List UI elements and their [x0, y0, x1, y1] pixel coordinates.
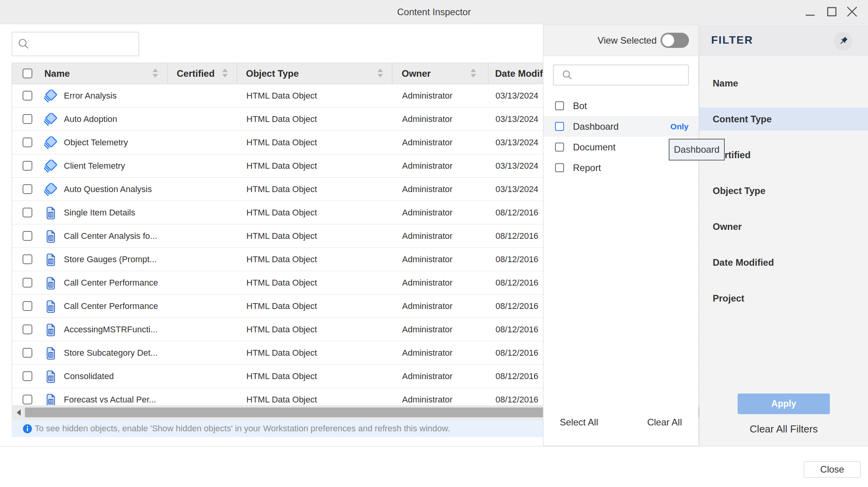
row-object-type: HTML Data Object: [246, 388, 317, 405]
filter-item[interactable]: Name: [699, 72, 868, 95]
row-name[interactable]: Call Center Performance: [64, 271, 158, 294]
row-checkbox[interactable]: [23, 114, 32, 124]
dropdown-search-input[interactable]: [577, 70, 686, 80]
row-name[interactable]: Error Analysis: [64, 84, 117, 107]
row-checkbox[interactable]: [23, 278, 32, 288]
filter-item[interactable]: Date Modified: [699, 251, 868, 274]
row-owner: Administrator: [402, 131, 453, 154]
row-name[interactable]: Store Subcategory Det...: [64, 341, 158, 364]
sort-down-icon: [222, 74, 228, 78]
row-checkbox[interactable]: [23, 231, 32, 241]
row-name[interactable]: Call Center Analysis fo...: [64, 224, 157, 247]
view-selected-toggle[interactable]: [661, 33, 689, 48]
select-all-link[interactable]: Select All: [560, 417, 598, 428]
column-header-name[interactable]: Name: [44, 63, 70, 84]
clear-all-link[interactable]: Clear All: [647, 417, 682, 428]
row-name[interactable]: Object Telemetry: [64, 131, 128, 154]
filter-item-label[interactable]: Object Type: [713, 179, 766, 202]
row-name[interactable]: AccessingMSTRFuncti...: [64, 318, 158, 341]
sort-arrows-owner[interactable]: [471, 69, 476, 79]
option-label[interactable]: Bot: [573, 95, 587, 116]
row-checkbox[interactable]: [23, 395, 32, 404]
row-name[interactable]: Auto Adoption: [64, 108, 117, 131]
row-name[interactable]: Client Telemetry: [64, 154, 125, 177]
pin-button[interactable]: [834, 32, 852, 51]
main-search-input[interactable]: [34, 39, 135, 49]
sort-arrows-certified[interactable]: [222, 69, 228, 79]
row-owner: Administrator: [402, 365, 453, 388]
row-date-modified: 03/13/2024: [495, 108, 538, 131]
option-checkbox[interactable]: [555, 163, 564, 172]
row-checkbox[interactable]: [23, 161, 32, 171]
row-object-type: HTML Data Object: [246, 201, 317, 224]
sort-up-icon: [153, 69, 158, 72]
filter-item[interactable]: Content Type: [699, 108, 868, 131]
filter-item-label[interactable]: Content Type: [713, 108, 772, 131]
row-name[interactable]: Auto Question Analysis: [64, 178, 152, 201]
select-all-checkbox[interactable]: [23, 69, 32, 78]
row-checkbox[interactable]: [23, 348, 32, 358]
row-checkbox[interactable]: [23, 184, 32, 194]
sort-arrows-name[interactable]: [153, 69, 158, 79]
row-checkbox[interactable]: [23, 254, 32, 264]
option-label[interactable]: Document: [573, 137, 615, 157]
minimize-button[interactable]: [801, 3, 819, 20]
filter-item-label[interactable]: Owner: [713, 215, 742, 238]
dropdown-option[interactable]: Bot: [543, 95, 698, 116]
scroll-left-icon: [17, 409, 21, 416]
dropdown-search-box[interactable]: [553, 65, 689, 85]
close-window-button[interactable]: [843, 3, 861, 20]
filter-item[interactable]: Project: [699, 287, 868, 310]
option-checkbox[interactable]: [555, 143, 564, 152]
row-checkbox[interactable]: [23, 91, 32, 101]
row-date-modified: 03/13/2024: [495, 154, 538, 177]
row-date-modified: 03/13/2024: [495, 84, 538, 107]
grid-document-icon: [46, 300, 56, 313]
row-name[interactable]: Call Center Performance: [64, 295, 158, 318]
info-bar-text: To see hidden objects, enable 'Show hidd…: [35, 423, 450, 434]
row-checkbox[interactable]: [23, 138, 32, 147]
sort-arrows-object-type[interactable]: [378, 69, 383, 79]
filter-items-list: Name Content Type Certified Object Type …: [699, 72, 868, 323]
row-owner: Administrator: [402, 248, 453, 271]
option-label[interactable]: Dashboard: [573, 116, 618, 137]
row-checkbox[interactable]: [23, 325, 32, 334]
row-date-modified: 08/12/2016: [495, 295, 538, 318]
option-label[interactable]: Report: [573, 157, 601, 178]
filter-item-label[interactable]: Name: [713, 72, 738, 95]
row-name[interactable]: Single Item Details: [64, 201, 135, 224]
row-checkbox[interactable]: [23, 208, 32, 217]
dossier-icon: [44, 183, 58, 197]
option-checkbox[interactable]: [555, 101, 564, 110]
clear-all-filters-link[interactable]: Clear All Filters: [699, 423, 868, 435]
column-header-object-type[interactable]: Object Type: [246, 63, 299, 84]
row-date-modified: 03/13/2024: [495, 178, 538, 201]
main-search-box[interactable]: [12, 32, 139, 56]
dropdown-option[interactable]: Dashboard Only: [543, 116, 698, 137]
maximize-button[interactable]: [823, 3, 840, 20]
filter-item[interactable]: Object Type: [699, 179, 868, 202]
only-link[interactable]: Only: [670, 116, 689, 137]
search-icon: [562, 70, 573, 81]
option-checkbox[interactable]: [555, 122, 564, 131]
column-header-owner[interactable]: Owner: [402, 63, 431, 84]
info-icon: [23, 424, 32, 433]
tooltip: Dashboard: [669, 139, 725, 161]
column-header-certified[interactable]: Certified: [177, 63, 214, 84]
sort-up-icon: [378, 69, 383, 72]
grid-document-icon: [46, 324, 56, 336]
row-name[interactable]: Forecast vs Actual Per...: [64, 388, 156, 405]
row-checkbox[interactable]: [23, 371, 32, 381]
row-name[interactable]: Store Gauges (Prompt...: [64, 248, 156, 271]
row-name[interactable]: Consolidated: [64, 365, 114, 388]
row-checkbox[interactable]: [23, 301, 32, 311]
row-owner: Administrator: [402, 154, 453, 177]
scroll-left-button[interactable]: [15, 409, 23, 416]
filter-item[interactable]: Owner: [699, 215, 868, 238]
close-button[interactable]: Close: [804, 461, 861, 478]
filter-item-label[interactable]: Project: [713, 287, 744, 310]
row-owner: Administrator: [402, 84, 453, 107]
apply-button[interactable]: Apply: [738, 393, 830, 414]
filter-item-label[interactable]: Date Modified: [713, 251, 774, 274]
row-object-type: HTML Data Object: [246, 365, 317, 388]
